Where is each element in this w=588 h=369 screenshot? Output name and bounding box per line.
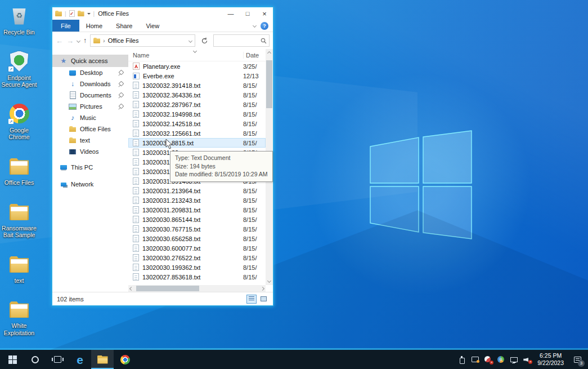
ribbon-tab[interactable]: View [139, 20, 166, 32]
sidebar-item[interactable]: Documents [52, 90, 128, 101]
sidebar-item[interactable]: Downloads [52, 78, 128, 90]
taskbar-clock[interactable]: 6:25 PM 9/22/2023 [535, 352, 566, 367]
action-center-button[interactable]: 3 [570, 350, 585, 369]
desktop-icon[interactable]: Google Chrome [1, 103, 37, 141]
file-explorer-button[interactable] [91, 350, 114, 369]
table-row[interactable]: 13020030.276522.txt 8/15/ [128, 253, 266, 263]
sidebar-item[interactable]: Desktop [52, 67, 128, 78]
table-row[interactable]: 13020031.209831.txt 8/15/ [128, 205, 266, 215]
desktop-icon[interactable]: Endpoint Secure Agent [1, 50, 37, 88]
scroll-left-icon[interactable] [129, 286, 133, 290]
pin-icon [118, 92, 124, 98]
table-row[interactable]: Planetary.exe 3/25/ [128, 61, 266, 71]
sidebar-root-item[interactable]: This PC [52, 161, 128, 174]
chrome-button[interactable] [114, 350, 136, 369]
vertical-scroll-thumb[interactable] [266, 60, 272, 108]
new-folder-icon[interactable] [78, 11, 84, 16]
table-row[interactable]: Everbe.exe 12/13 [128, 71, 266, 81]
refresh-icon[interactable] [199, 35, 210, 46]
ribbon-tab[interactable]: Share [109, 20, 139, 32]
column-header-name[interactable]: Name [128, 52, 243, 59]
task-view-button[interactable] [46, 350, 69, 369]
qat-dropdown-icon[interactable] [87, 13, 91, 16]
sidebar-item[interactable]: Pictures [52, 101, 128, 112]
maximize-button[interactable]: □ [239, 7, 256, 20]
table-row[interactable]: 13020030.767715.txt 8/15/ [128, 224, 266, 234]
horizontal-scrollbar[interactable] [128, 285, 266, 292]
desktop-icon[interactable]: Recycle Bin [1, 5, 37, 36]
table-row[interactable]: 13020032.194998.txt 8/15/ [128, 109, 266, 119]
recycle-bin-icon [7, 5, 31, 27]
minimize-button[interactable]: — [222, 7, 239, 20]
tab-file[interactable]: File [52, 20, 79, 32]
txt-icon [133, 91, 139, 99]
desktop-icon-label: Office Files [5, 179, 34, 186]
scroll-right-icon[interactable] [261, 286, 264, 290]
help-icon[interactable]: ? [261, 22, 268, 30]
close-button[interactable]: × [256, 7, 273, 20]
sidebar-root-item[interactable]: Network [52, 177, 128, 191]
sidebar-item[interactable]: Videos [52, 146, 128, 157]
search-input[interactable] [216, 37, 261, 44]
network-display-icon[interactable] [509, 355, 518, 364]
back-button[interactable]: ← [56, 37, 63, 45]
recent-locations-icon[interactable] [77, 38, 80, 42]
usb-icon[interactable] [457, 355, 466, 364]
properties-icon[interactable]: ✓ [69, 10, 75, 17]
cortana-search-button[interactable] [24, 350, 46, 369]
file-date: 8/15/ [243, 264, 266, 271]
large-icons-view-button[interactable] [258, 295, 268, 304]
desktop-icon[interactable]: Office Files [1, 155, 37, 186]
separator: | [93, 11, 95, 17]
table-row[interactable]: 13020031.8815.txt 8/15/ [128, 138, 266, 148]
table-row[interactable]: 13020031.213243.txt 8/15/ [128, 195, 266, 205]
volume-muted-icon[interactable] [522, 355, 531, 364]
desktop-icon[interactable]: White Exploitation [1, 298, 37, 336]
breadcrumb[interactable]: Office Files [108, 37, 186, 44]
file-name: 13020032.287967.txt [142, 101, 243, 108]
table-row[interactable]: 13020030.656258.txt 8/15/ [128, 234, 266, 243]
sidebar-item[interactable]: text [52, 135, 128, 146]
table-row[interactable]: 13020032.364336.txt 8/15/ [128, 90, 266, 100]
task-view-icon [54, 356, 61, 363]
scroll-up-icon[interactable] [266, 49, 273, 56]
address-box[interactable]: › Office Files [90, 34, 195, 47]
search-box[interactable] [213, 34, 270, 47]
ribbon-tab[interactable]: Home [79, 20, 109, 32]
table-row[interactable]: 13020030.600077.txt 8/15/ [128, 243, 266, 253]
desktop-icon[interactable]: Ransomware Bait Sample [1, 201, 37, 239]
desktop-icon-grid: Recycle Bin Endpoint Secure Agent Google… [1, 5, 37, 337]
address-dropdown-icon[interactable] [188, 38, 192, 42]
scroll-down-icon[interactable] [266, 278, 273, 285]
start-button[interactable] [1, 350, 24, 369]
table-row[interactable]: 13020032.142518.txt 8/15/ [128, 119, 266, 128]
taskbar: e 6:25 PM 9/22/2023 3 [0, 350, 588, 369]
security-error-icon[interactable] [483, 355, 492, 364]
ribbon-collapse-icon[interactable] [253, 24, 257, 28]
forward-button[interactable]: → [66, 37, 74, 45]
table-row[interactable]: 13020032.125661.txt 8/15/ [128, 128, 266, 138]
table-row[interactable]: 13020031.213964.txt 8/15/ [128, 186, 266, 195]
column-header-date[interactable]: Date [243, 52, 266, 59]
txt-icon [133, 168, 139, 175]
title-bar[interactable]: | ✓ | Office Files — □ × [52, 7, 273, 20]
file-date: 8/15/ [243, 226, 266, 233]
edge-button[interactable]: e [69, 350, 91, 369]
status-bar: 102 items [52, 292, 273, 305]
details-view-button[interactable] [246, 295, 257, 304]
table-row[interactable]: 13020030.865144.txt 8/15/ [128, 215, 266, 224]
horizontal-scroll-thumb[interactable] [136, 286, 199, 291]
display-status-icon[interactable] [470, 355, 479, 364]
table-row[interactable]: 13020027.853618.txt 8/15/ [128, 272, 266, 282]
sidebar-item[interactable]: Office Files [52, 123, 128, 135]
globe-agent-icon[interactable] [496, 355, 505, 364]
sidebar-item-quick-access[interactable]: Quick access [52, 55, 128, 67]
table-row[interactable]: 13020032.391418.txt 8/15/ [128, 81, 266, 90]
up-button[interactable]: ↑ [83, 37, 87, 45]
sidebar-item[interactable]: Music [52, 112, 128, 123]
table-row[interactable]: 13020030.199362.txt 8/15/ [128, 263, 266, 272]
desktop-icon[interactable]: text [1, 253, 37, 284]
table-row[interactable]: 13020032.287967.txt 8/15/ [128, 100, 266, 109]
file-date: 8/15/ [243, 235, 266, 242]
file-date: 8/15/ [243, 101, 266, 108]
